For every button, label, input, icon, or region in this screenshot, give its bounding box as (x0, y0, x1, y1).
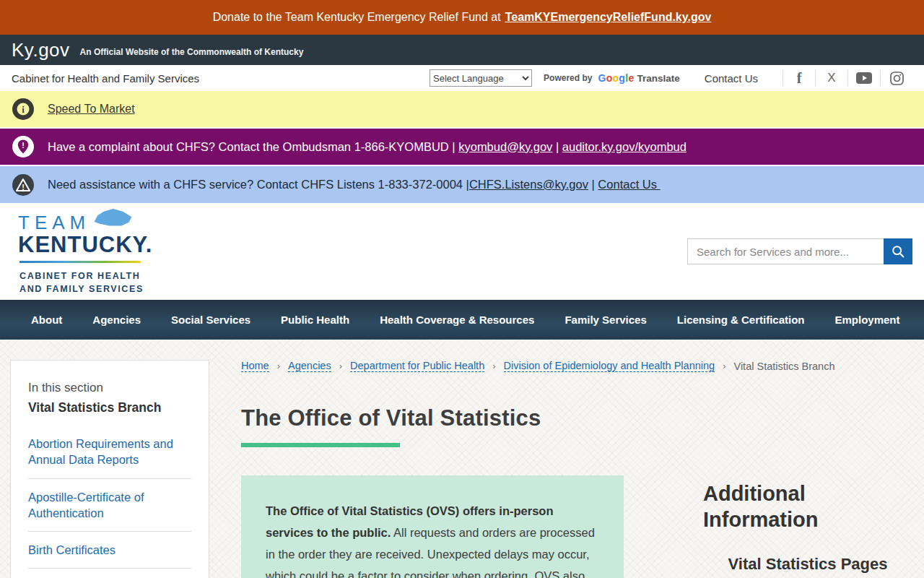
warning-icon: ! (12, 173, 35, 197)
pin-alert-icon: ! (12, 135, 35, 158)
nav-licensing[interactable]: Licensing & Certification (677, 314, 805, 326)
breadcrumb-home[interactable]: Home (241, 360, 269, 372)
nav-about[interactable]: About (31, 314, 62, 326)
nav-family-services[interactable]: Family Services (565, 314, 646, 326)
donation-banner: Donate to the Team Kentucky Emergency Re… (0, 0, 924, 35)
list-item: Abortion Requirements and Annual Data Re… (28, 426, 191, 479)
chevron-right-icon: › (492, 361, 495, 371)
section-sidebar: In this section Vital Statistics Branch … (10, 360, 209, 578)
team-kentucky-logo[interactable]: TEAM KENTUCKY. CABINET FOR HEALTH AND FA… (18, 207, 152, 296)
x-twitter-icon[interactable]: X (816, 71, 847, 85)
site-name: Cabinet for Health and Family Services (12, 72, 199, 85)
powered-by-label: Powered by (544, 73, 592, 83)
language-select[interactable]: Select Language (430, 69, 532, 87)
sidebar-title: Vital Statistics Branch (28, 400, 191, 415)
breadcrumb: Home › Agencies › Department for Public … (241, 360, 912, 372)
breadcrumb-agencies[interactable]: Agencies (288, 360, 331, 372)
search-icon (891, 244, 905, 259)
nav-employment[interactable]: Employment (835, 314, 900, 326)
speed-to-market-link[interactable]: Speed To Market (48, 103, 135, 116)
svg-text:!: ! (22, 182, 25, 191)
contact-us-banner-link[interactable]: Contact Us (598, 178, 660, 191)
ombudsman-banner: ! Have a complaint about CHFS? Contact t… (0, 129, 924, 166)
page-content: In this section Vital Statistics Branch … (0, 340, 924, 578)
speed-to-market-banner: i Speed To Market (0, 91, 924, 129)
chfs-listens-email-link[interactable]: CHFS.Listens@ky.gov (469, 178, 588, 191)
breadcrumb-epidemiology[interactable]: Division of Epidemiology and Health Plan… (504, 360, 715, 372)
nav-public-health[interactable]: Public Health (281, 314, 349, 326)
sidebar-link-birth-certificates[interactable]: Birth Certificates (28, 543, 116, 556)
assistance-text: Need assistance with a CHFS service? Con… (48, 178, 469, 191)
header-logo-row: TEAM KENTUCKY. CABINET FOR HEALTH AND FA… (0, 203, 924, 300)
primary-nav: About Agencies Social Services Public He… (0, 300, 924, 340)
kygov-brand-bar: Ky.gov An Official Website of the Common… (0, 35, 924, 65)
sidebar-link-abortion-reports[interactable]: Abortion Requirements and Annual Data Re… (28, 437, 173, 466)
info-icon: i (12, 98, 35, 121)
chevron-right-icon: › (723, 361, 725, 371)
site-search (687, 238, 912, 264)
list-item: Birth Certificates (28, 532, 191, 569)
chfs-listens-banner: ! Need assistance with a CHFS service? C… (0, 166, 924, 203)
logo-team-text: TEAM (18, 213, 90, 232)
utility-bar: Cabinet for Health and Family Services S… (0, 65, 924, 91)
list-item: Apostille-Certificate of Authentication (28, 479, 191, 532)
search-button[interactable] (884, 238, 912, 264)
search-input[interactable] (687, 238, 884, 264)
nav-health-coverage[interactable]: Health Coverage & Resources (380, 314, 534, 326)
separator: | (588, 178, 598, 191)
google-logo: Google (598, 72, 634, 84)
separator: | (552, 140, 562, 154)
facebook-icon[interactable]: f (783, 70, 815, 87)
nav-social-services[interactable]: Social Services (171, 314, 250, 326)
sidebar-link-apostille[interactable]: Apostille-Certificate of Authentication (28, 491, 144, 519)
title-accent-rule (241, 443, 400, 447)
logo-subtitle-line2: AND FAMILY SERVICES (19, 282, 152, 296)
instagram-icon[interactable] (881, 72, 912, 85)
logo-gradient-rule (19, 261, 141, 263)
kentucky-state-icon (92, 207, 134, 230)
ombudsman-text: Have a complaint about CHFS? Contact the… (48, 140, 458, 154)
chevron-right-icon: › (339, 361, 342, 371)
additional-info-column: Additional Information Vital Statistics … (703, 372, 912, 578)
auditor-link[interactable]: auditor.ky.gov/kyombud (562, 140, 687, 154)
svg-text:i: i (22, 104, 25, 115)
logo-subtitle-line1: CABINET FOR HEALTH (19, 269, 152, 282)
breadcrumb-public-health[interactable]: Department for Public Health (350, 360, 484, 372)
translate-label: Translate (637, 73, 680, 84)
breadcrumb-current: Vital Statistics Branch (733, 361, 834, 372)
nav-agencies[interactable]: Agencies (92, 314, 141, 326)
list-item: Certificate Purchase Options (28, 569, 191, 578)
ovs-callout-box: The Office of Vital Statistics (OVS) off… (241, 475, 624, 578)
ombudsman-email-link[interactable]: kyombud@ky.gov (458, 140, 552, 154)
svg-text:!: ! (22, 141, 25, 150)
chevron-right-icon: › (277, 361, 280, 371)
youtube-icon[interactable] (848, 72, 880, 84)
contact-us-link[interactable]: Contact Us (705, 72, 758, 85)
kygov-logo[interactable]: Ky.gov (12, 39, 70, 61)
logo-kentucky-text: KENTUCKY. (18, 233, 152, 256)
vital-statistics-pages-heading: Vital Statistics Pages (703, 555, 912, 574)
donation-link[interactable]: TeamKYEmergencyReliefFund.ky.gov (505, 11, 712, 24)
additional-info-title: Additional Information (703, 480, 912, 533)
donation-text: Donate to the Team Kentucky Emergency Re… (213, 11, 501, 24)
official-website-tagline: An Official Website of the Commonwealth … (80, 47, 304, 57)
page-title: The Office of Vital Statistics (241, 405, 624, 431)
sidebar-eyebrow: In this section (28, 381, 191, 395)
